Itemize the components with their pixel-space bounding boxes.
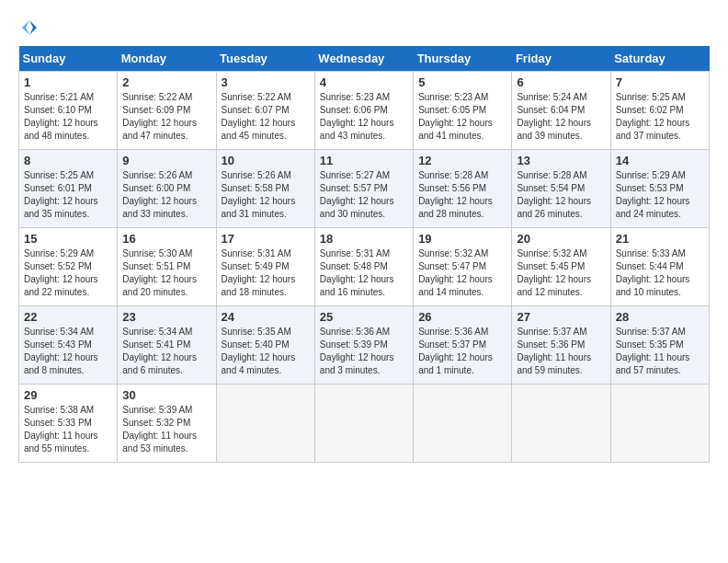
day-number: 5	[418, 75, 506, 89]
day-info: Sunrise: 5:38 AM Sunset: 5:33 PM Dayligh…	[24, 404, 112, 455]
day-number: 12	[418, 154, 506, 167]
day-number: 7	[616, 75, 704, 89]
day-number: 24	[222, 310, 310, 324]
day-info: Sunrise: 5:31 AM Sunset: 5:48 PM Dayligh…	[320, 247, 408, 299]
day-info: Sunrise: 5:36 AM Sunset: 5:39 PM Dayligh…	[320, 326, 408, 377]
calendar-cell: 22 Sunrise: 5:34 AM Sunset: 5:43 PM Dayl…	[19, 306, 118, 385]
day-info: Sunrise: 5:39 AM Sunset: 5:32 PM Dayligh…	[122, 404, 210, 455]
col-header-monday: Monday	[118, 46, 216, 72]
day-number: 1	[24, 75, 112, 89]
day-info: Sunrise: 5:34 AM Sunset: 5:41 PM Dayligh…	[122, 326, 210, 377]
day-info: Sunrise: 5:21 AM Sunset: 6:10 PM Dayligh…	[24, 91, 112, 143]
calendar-cell: 14 Sunrise: 5:29 AM Sunset: 5:53 PM Dayl…	[610, 150, 709, 228]
calendar-cell: 21 Sunrise: 5:33 AM Sunset: 5:44 PM Dayl…	[610, 228, 709, 306]
calendar-cell: 6 Sunrise: 5:24 AM Sunset: 6:04 PM Dayli…	[512, 72, 610, 150]
calendar-cell: 28 Sunrise: 5:37 AM Sunset: 5:35 PM Dayl…	[610, 306, 709, 385]
calendar-cell: 17 Sunrise: 5:31 AM Sunset: 5:49 PM Dayl…	[216, 228, 314, 306]
calendar-cell: 29 Sunrise: 5:38 AM Sunset: 5:33 PM Dayl…	[19, 385, 118, 463]
calendar-table: SundayMondayTuesdayWednesdayThursdayFrid…	[18, 46, 710, 463]
day-number: 16	[122, 232, 210, 246]
day-info: Sunrise: 5:25 AM Sunset: 6:02 PM Dayligh…	[616, 91, 704, 143]
day-info: Sunrise: 5:34 AM Sunset: 5:43 PM Dayligh…	[24, 326, 112, 377]
day-number: 18	[320, 232, 408, 246]
calendar-cell: 12 Sunrise: 5:28 AM Sunset: 5:56 PM Dayl…	[414, 150, 512, 228]
col-header-friday: Friday	[512, 46, 610, 72]
col-header-sunday: Sunday	[19, 46, 118, 72]
calendar-cell	[314, 385, 413, 463]
day-info: Sunrise: 5:32 AM Sunset: 5:47 PM Dayligh…	[418, 247, 506, 299]
calendar-cell: 4 Sunrise: 5:23 AM Sunset: 6:06 PM Dayli…	[314, 72, 413, 150]
day-number: 29	[24, 388, 112, 402]
calendar-week-row: 1 Sunrise: 5:21 AM Sunset: 6:10 PM Dayli…	[19, 72, 710, 150]
day-number: 28	[616, 310, 704, 324]
day-number: 17	[222, 232, 310, 246]
day-number: 25	[320, 310, 408, 324]
day-number: 26	[418, 310, 506, 324]
day-info: Sunrise: 5:31 AM Sunset: 5:49 PM Dayligh…	[222, 247, 310, 299]
calendar-cell: 16 Sunrise: 5:30 AM Sunset: 5:51 PM Dayl…	[118, 228, 216, 306]
day-info: Sunrise: 5:28 AM Sunset: 5:56 PM Dayligh…	[418, 169, 506, 221]
calendar-cell: 24 Sunrise: 5:35 AM Sunset: 5:40 PM Dayl…	[216, 306, 314, 385]
calendar-cell: 30 Sunrise: 5:39 AM Sunset: 5:32 PM Dayl…	[118, 385, 216, 463]
logo	[18, 18, 39, 37]
day-info: Sunrise: 5:33 AM Sunset: 5:44 PM Dayligh…	[616, 247, 704, 299]
calendar-week-row: 22 Sunrise: 5:34 AM Sunset: 5:43 PM Dayl…	[19, 306, 710, 385]
calendar-cell	[610, 385, 709, 463]
day-number: 22	[24, 310, 112, 324]
day-info: Sunrise: 5:22 AM Sunset: 6:09 PM Dayligh…	[122, 91, 210, 143]
calendar-cell: 9 Sunrise: 5:26 AM Sunset: 6:00 PM Dayli…	[118, 150, 216, 228]
day-info: Sunrise: 5:23 AM Sunset: 6:05 PM Dayligh…	[418, 91, 506, 143]
day-info: Sunrise: 5:27 AM Sunset: 5:57 PM Dayligh…	[320, 169, 408, 221]
day-info: Sunrise: 5:35 AM Sunset: 5:40 PM Dayligh…	[222, 326, 310, 377]
calendar-cell: 26 Sunrise: 5:36 AM Sunset: 5:37 PM Dayl…	[414, 306, 512, 385]
calendar-cell: 11 Sunrise: 5:27 AM Sunset: 5:57 PM Dayl…	[314, 150, 413, 228]
day-info: Sunrise: 5:24 AM Sunset: 6:04 PM Dayligh…	[517, 91, 605, 143]
day-info: Sunrise: 5:23 AM Sunset: 6:06 PM Dayligh…	[320, 91, 408, 143]
day-info: Sunrise: 5:25 AM Sunset: 6:01 PM Dayligh…	[24, 169, 112, 221]
logo-icon	[20, 18, 39, 37]
calendar-cell: 13 Sunrise: 5:28 AM Sunset: 5:54 PM Dayl…	[512, 150, 610, 228]
calendar-cell	[216, 385, 314, 463]
day-info: Sunrise: 5:29 AM Sunset: 5:52 PM Dayligh…	[24, 247, 112, 299]
day-number: 13	[517, 154, 605, 167]
page-header	[18, 18, 710, 37]
calendar-cell: 2 Sunrise: 5:22 AM Sunset: 6:09 PM Dayli…	[118, 72, 216, 150]
day-number: 6	[517, 75, 605, 89]
calendar-cell: 19 Sunrise: 5:32 AM Sunset: 5:47 PM Dayl…	[414, 228, 512, 306]
day-info: Sunrise: 5:30 AM Sunset: 5:51 PM Dayligh…	[122, 247, 210, 299]
svg-marker-0	[29, 20, 37, 35]
calendar-week-row: 29 Sunrise: 5:38 AM Sunset: 5:33 PM Dayl…	[19, 385, 710, 463]
day-info: Sunrise: 5:26 AM Sunset: 6:00 PM Dayligh…	[122, 169, 210, 221]
calendar-cell: 18 Sunrise: 5:31 AM Sunset: 5:48 PM Dayl…	[314, 228, 413, 306]
calendar-cell: 25 Sunrise: 5:36 AM Sunset: 5:39 PM Dayl…	[314, 306, 413, 385]
day-number: 15	[24, 232, 112, 246]
col-header-tuesday: Tuesday	[216, 46, 314, 72]
col-header-wednesday: Wednesday	[314, 46, 413, 72]
day-number: 19	[418, 232, 506, 246]
calendar-cell: 7 Sunrise: 5:25 AM Sunset: 6:02 PM Dayli…	[610, 72, 709, 150]
header-row: SundayMondayTuesdayWednesdayThursdayFrid…	[19, 46, 710, 72]
day-number: 4	[320, 75, 408, 89]
calendar-cell: 10 Sunrise: 5:26 AM Sunset: 5:58 PM Dayl…	[216, 150, 314, 228]
calendar-week-row: 15 Sunrise: 5:29 AM Sunset: 5:52 PM Dayl…	[19, 228, 710, 306]
calendar-cell: 3 Sunrise: 5:22 AM Sunset: 6:07 PM Dayli…	[216, 72, 314, 150]
day-number: 23	[122, 310, 210, 324]
calendar-cell: 15 Sunrise: 5:29 AM Sunset: 5:52 PM Dayl…	[19, 228, 118, 306]
calendar-cell: 1 Sunrise: 5:21 AM Sunset: 6:10 PM Dayli…	[19, 72, 118, 150]
day-number: 21	[616, 232, 704, 246]
col-header-thursday: Thursday	[414, 46, 512, 72]
day-info: Sunrise: 5:36 AM Sunset: 5:37 PM Dayligh…	[418, 326, 506, 377]
col-header-saturday: Saturday	[610, 46, 709, 72]
calendar-cell: 23 Sunrise: 5:34 AM Sunset: 5:41 PM Dayl…	[118, 306, 216, 385]
day-number: 14	[616, 154, 704, 167]
day-number: 11	[320, 154, 408, 167]
calendar-cell: 8 Sunrise: 5:25 AM Sunset: 6:01 PM Dayli…	[19, 150, 118, 228]
day-number: 20	[517, 232, 605, 246]
day-number: 3	[222, 75, 310, 89]
calendar-cell: 27 Sunrise: 5:37 AM Sunset: 5:36 PM Dayl…	[512, 306, 610, 385]
calendar-cell: 20 Sunrise: 5:32 AM Sunset: 5:45 PM Dayl…	[512, 228, 610, 306]
calendar-week-row: 8 Sunrise: 5:25 AM Sunset: 6:01 PM Dayli…	[19, 150, 710, 228]
day-number: 9	[122, 154, 210, 167]
day-info: Sunrise: 5:37 AM Sunset: 5:36 PM Dayligh…	[517, 326, 605, 377]
svg-marker-1	[22, 20, 29, 35]
